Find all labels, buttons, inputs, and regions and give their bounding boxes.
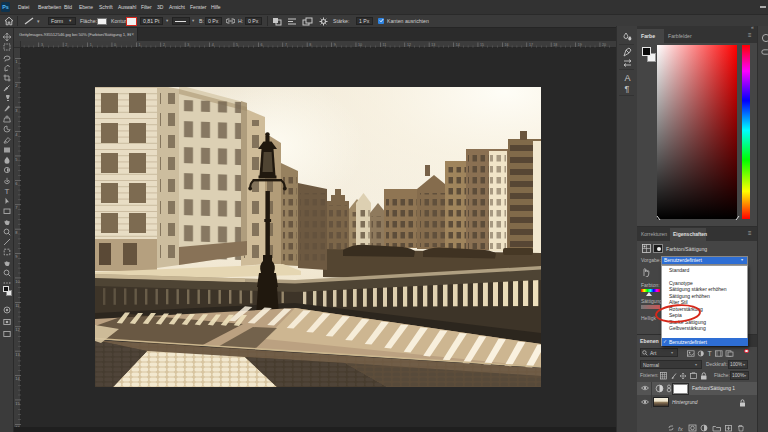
svg-text:11: 11: [383, 43, 387, 47]
svg-text:1: 1: [15, 59, 18, 64]
svg-text:1: 1: [90, 43, 92, 47]
svg-text:2: 2: [163, 43, 165, 47]
svg-text:3: 3: [15, 108, 18, 113]
svg-text:18: 18: [553, 43, 557, 47]
svg-text:A: A: [625, 73, 631, 83]
svg-text:9: 9: [15, 254, 18, 259]
svg-text:17: 17: [529, 43, 533, 47]
svg-text:14: 14: [15, 376, 20, 381]
svg-text:0: 0: [114, 43, 116, 47]
svg-text:13: 13: [431, 43, 435, 47]
svg-text:10: 10: [15, 279, 20, 284]
svg-text:19: 19: [578, 43, 582, 47]
svg-text:5: 5: [15, 157, 18, 162]
svg-text:14: 14: [456, 43, 460, 47]
svg-text:¶: ¶: [625, 84, 630, 94]
svg-text:4: 4: [15, 132, 18, 137]
svg-text:9: 9: [334, 43, 336, 47]
svg-text:7: 7: [15, 205, 18, 210]
svg-text:6: 6: [261, 43, 263, 47]
svg-text:2: 2: [65, 43, 67, 47]
svg-text:2: 2: [15, 83, 18, 88]
svg-text:6: 6: [15, 181, 18, 186]
svg-text:10: 10: [358, 43, 362, 47]
svg-text:7: 7: [285, 43, 287, 47]
svg-text:12: 12: [15, 327, 20, 332]
svg-text:15: 15: [15, 401, 20, 406]
svg-text:8: 8: [309, 43, 311, 47]
svg-text:15: 15: [480, 43, 484, 47]
svg-text:20: 20: [602, 43, 606, 47]
svg-text:fx: fx: [678, 426, 684, 432]
svg-text:16: 16: [505, 43, 509, 47]
svg-text:T: T: [4, 187, 9, 195]
svg-text:8: 8: [15, 230, 18, 235]
svg-text:3: 3: [187, 43, 189, 47]
svg-text:T: T: [708, 350, 713, 357]
svg-text:13: 13: [15, 352, 20, 357]
svg-text:12: 12: [407, 43, 411, 47]
svg-text:4: 4: [212, 43, 214, 47]
svg-text:5: 5: [236, 43, 238, 47]
svg-text:1: 1: [139, 43, 141, 47]
svg-text:3: 3: [41, 43, 43, 47]
